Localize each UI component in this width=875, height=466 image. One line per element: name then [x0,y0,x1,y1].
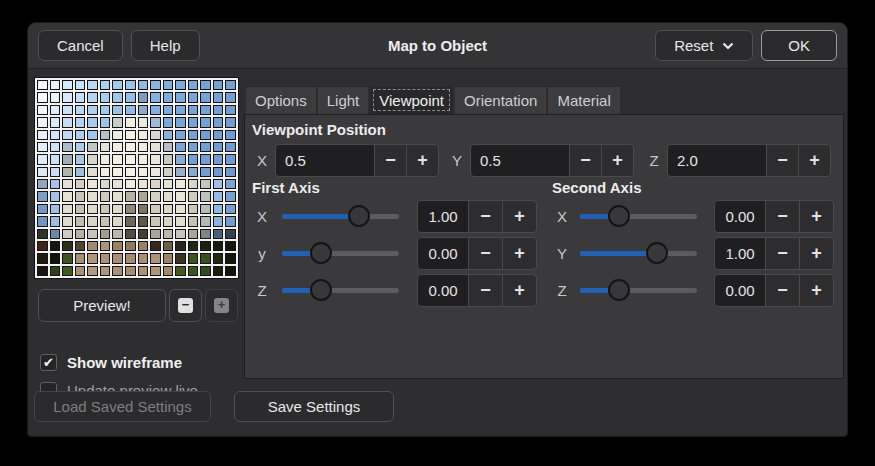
tab-strip: Options Light Viewpoint Orientation Mate… [244,86,844,114]
save-settings-button[interactable]: Save Settings [234,391,394,422]
first-axis-z-increment-button[interactable]: + [502,274,537,307]
second-axis-x-slider[interactable] [580,203,697,229]
show-wireframe-checkbox[interactable]: ✔ Show wireframe [40,354,182,371]
tab-options[interactable]: Options [246,86,316,114]
zoom-out-button[interactable]: − [169,289,202,322]
preview-grid-cell [75,229,86,239]
tab-orientation[interactable]: Orientation [455,86,546,114]
preview-grid-cell [100,266,111,276]
preview-grid-cell [62,216,73,226]
second-axis-y-slider[interactable] [580,240,697,266]
second-axis-z-increment-button[interactable]: + [799,274,834,307]
first-axis-y-slider[interactable] [282,240,399,266]
slider-knob[interactable] [646,242,668,264]
ok-button[interactable]: OK [761,30,837,61]
preview-grid-cell [175,216,186,226]
zoom-in-button[interactable]: + [205,289,238,322]
viewpoint-z-label: Z [647,152,661,169]
preview-grid-cell [75,105,86,115]
first-axis-x-decrement-button[interactable]: − [468,200,503,233]
preview-grid-cell [225,117,236,127]
first-axis-x-slider[interactable] [282,203,399,229]
settings-notebook: Options Light Viewpoint Orientation Mate… [244,86,844,379]
first-axis-y-increment-button[interactable]: + [502,237,537,270]
preview-image[interactable] [34,77,239,279]
second-axis-y-input[interactable] [714,237,766,270]
viewpoint-x-decrement-button[interactable]: − [374,144,407,177]
zoom-out-icon: − [178,298,193,313]
slider-knob[interactable] [348,205,370,227]
reset-button[interactable]: Reset [655,30,753,61]
first-axis-y-decrement-button[interactable]: − [468,237,503,270]
preview-grid-cell [87,167,98,177]
slider-knob[interactable] [608,279,630,301]
titlebar[interactable]: Cancel Help Map to Object Reset OK [28,23,847,69]
zoom-in-icon: + [214,298,229,313]
preview-grid-cell [150,216,161,226]
first-axis-z-decrement-button[interactable]: − [468,274,503,307]
preview-grid-cell [37,229,48,239]
load-saved-settings-button[interactable]: Load Saved Settings [34,391,211,422]
second-axis-x-decrement-button[interactable]: − [765,200,800,233]
second-axis-y-label: Y [555,245,569,262]
slider-knob[interactable] [310,279,332,301]
first-axis-x-increment-button[interactable]: + [502,200,537,233]
first-axis-x-row: X − + [245,199,545,233]
second-axis-y-increment-button[interactable]: + [799,237,834,270]
viewpoint-y-increment-button[interactable]: + [601,144,634,177]
second-axis-y-decrement-button[interactable]: − [765,237,800,270]
viewpoint-z-decrement-button[interactable]: − [766,144,799,177]
minus-icon: − [480,206,491,227]
preview-grid-cell [188,253,199,263]
preview-grid-cell [87,266,98,276]
second-axis-x-input[interactable] [714,200,766,233]
preview-grid-cell [100,117,111,127]
preview-grid-cell [75,154,86,164]
preview-grid-cell [50,142,61,152]
tab-material[interactable]: Material [548,86,619,114]
second-axis-z-input[interactable] [714,274,766,307]
tab-viewpoint[interactable]: Viewpoint [370,86,453,114]
preview-grid-cell [100,204,111,214]
preview-grid-cell [87,117,98,127]
tab-light[interactable]: Light [318,86,369,114]
slider-knob[interactable] [310,242,332,264]
plus-icon: + [514,206,525,227]
preview-grid-cell [62,92,73,102]
viewpoint-x-spinner: − + [275,144,439,177]
first-axis-y-input[interactable] [417,237,469,270]
minus-icon: − [777,280,788,301]
first-axis-z-input[interactable] [417,274,469,307]
preview-grid-cell [163,80,174,90]
preview-grid-cell [125,142,136,152]
preview-grid-cell [125,80,136,90]
first-axis-z-label: Z [255,282,269,299]
preview-grid-cell [138,142,149,152]
second-axis-z-slider[interactable] [580,277,697,303]
preview-grid-cell [175,179,186,189]
slider-knob[interactable] [608,205,630,227]
first-axis-y-row: y − + [245,236,545,270]
viewpoint-z-increment-button[interactable]: + [798,144,831,177]
help-button[interactable]: Help [131,30,200,61]
plus-icon: + [514,243,525,264]
preview-grid-cell [138,179,149,189]
first-axis-z-slider[interactable] [282,277,399,303]
preview-grid-cell [87,241,98,251]
first-axis-x-input[interactable] [417,200,469,233]
viewpoint-z-input[interactable] [667,144,767,177]
viewpoint-x-increment-button[interactable]: + [406,144,439,177]
preview-grid-cell [163,179,174,189]
preview-button[interactable]: Preview! [38,289,166,322]
viewpoint-y-decrement-button[interactable]: − [569,144,602,177]
second-axis-x-increment-button[interactable]: + [799,200,834,233]
viewpoint-y-input[interactable] [470,144,570,177]
preview-grid-cell [87,105,98,115]
second-axis-z-decrement-button[interactable]: − [765,274,800,307]
viewpoint-z-spinner: − + [667,144,831,177]
preview-grid-cell [225,167,236,177]
cancel-button[interactable]: Cancel [38,30,123,61]
preview-grid-cell [200,179,211,189]
preview-grid-cell [138,253,149,263]
viewpoint-x-input[interactable] [275,144,375,177]
